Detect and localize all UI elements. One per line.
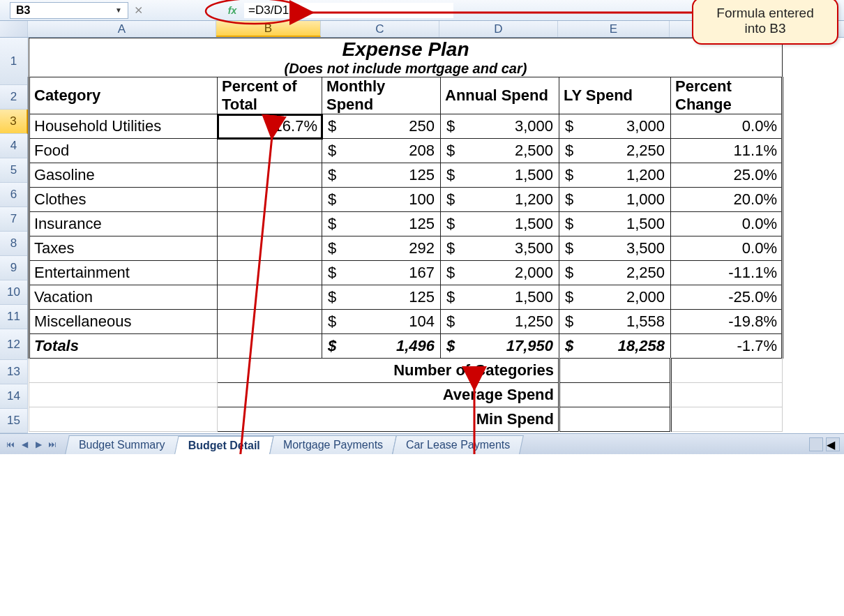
tab-nav-last-icon[interactable]: ⏭ bbox=[46, 438, 59, 451]
insert-function-button[interactable]: fx bbox=[225, 3, 240, 17]
cell-percent-change[interactable]: -11.1% bbox=[671, 261, 783, 285]
cell-F13[interactable] bbox=[671, 359, 783, 383]
value-num-categories[interactable] bbox=[559, 359, 671, 383]
cell-percent-total[interactable] bbox=[218, 188, 322, 212]
cell-category[interactable]: Clothes bbox=[29, 188, 218, 212]
row-header-8[interactable]: 8 bbox=[0, 232, 28, 256]
header-percent-total[interactable]: Percent of Total bbox=[218, 77, 322, 114]
cell-percent-total[interactable] bbox=[218, 310, 322, 334]
spreadsheet-grid[interactable]: Expense Plan (Does not include mortgage … bbox=[28, 38, 783, 432]
cell-percent-total[interactable] bbox=[218, 236, 322, 261]
row-header-13[interactable]: 13 bbox=[0, 360, 28, 384]
cell-annual-spend[interactable]: $3,500 bbox=[441, 236, 559, 261]
cell-monthly-spend[interactable]: $104 bbox=[322, 310, 441, 334]
cell-annual-spend[interactable]: $1,500 bbox=[441, 163, 559, 188]
cell-category[interactable]: Gasoline bbox=[29, 163, 218, 188]
totals-annual[interactable]: $17,950 bbox=[441, 334, 559, 359]
sheet-tab[interactable]: Mortgage Payments bbox=[269, 435, 397, 454]
col-header-A[interactable]: A bbox=[28, 21, 216, 37]
cell-ly-spend[interactable]: $1,000 bbox=[559, 188, 671, 212]
sheet-tab[interactable]: Car Lease Payments bbox=[392, 435, 524, 454]
cell-F15[interactable] bbox=[671, 407, 783, 432]
cell-ly-spend[interactable]: $3,500 bbox=[559, 236, 671, 261]
totals-label[interactable]: Totals bbox=[29, 334, 218, 359]
cell-percent-change[interactable]: 0.0% bbox=[671, 114, 783, 139]
cell-annual-spend[interactable]: $2,000 bbox=[441, 261, 559, 285]
cell-percent-total[interactable] bbox=[218, 285, 322, 310]
tab-nav-next-icon[interactable]: ▶ bbox=[32, 438, 45, 451]
cell-annual-spend[interactable]: $2,500 bbox=[441, 139, 559, 163]
name-box-dropdown-icon[interactable]: ▼ bbox=[115, 6, 122, 14]
cell-monthly-spend[interactable]: $292 bbox=[322, 236, 441, 261]
totals-ly[interactable]: $18,258 bbox=[559, 334, 671, 359]
row-header-14[interactable]: 14 bbox=[0, 384, 28, 409]
title-cell[interactable]: Expense Plan (Does not include mortgage … bbox=[29, 38, 783, 77]
cell-percent-change[interactable]: -25.0% bbox=[671, 285, 783, 310]
cell-ly-spend[interactable]: $2,250 bbox=[559, 261, 671, 285]
cell-monthly-spend[interactable]: $125 bbox=[322, 285, 441, 310]
row-header-10[interactable]: 10 bbox=[0, 280, 28, 305]
insert-sheet-icon[interactable] bbox=[809, 437, 823, 451]
cell-A14[interactable] bbox=[29, 383, 218, 407]
cell-percent-change[interactable]: 11.1% bbox=[671, 139, 783, 163]
totals-change[interactable]: -1.7% bbox=[671, 334, 783, 359]
cell-category[interactable]: Food bbox=[29, 139, 218, 163]
formula-input[interactable]: =D3/D12 bbox=[244, 3, 453, 18]
cell-percent-total[interactable] bbox=[218, 163, 322, 188]
totals-monthly[interactable]: $1,496 bbox=[322, 334, 441, 359]
cell-category[interactable]: Vacation bbox=[29, 285, 218, 310]
cell-percent-change[interactable]: 0.0% bbox=[671, 212, 783, 236]
scroll-left-icon[interactable]: ◀ bbox=[826, 437, 840, 451]
row-header-1[interactable]: 1 bbox=[0, 38, 28, 85]
cell-annual-spend[interactable]: $3,000 bbox=[441, 114, 559, 139]
cell-annual-spend[interactable]: $1,200 bbox=[441, 188, 559, 212]
col-header-D[interactable]: D bbox=[439, 21, 558, 37]
header-percent-change[interactable]: Percent Change bbox=[671, 77, 783, 114]
cell-percent-total[interactable] bbox=[218, 139, 322, 163]
label-average-spend[interactable]: Average Spend bbox=[218, 383, 559, 407]
sheet-tab[interactable]: Budget Summary bbox=[65, 435, 179, 454]
cell-ly-spend[interactable]: $2,250 bbox=[559, 139, 671, 163]
cancel-formula-icon[interactable]: ⨯ bbox=[134, 3, 148, 17]
cell-percent-change[interactable]: 20.0% bbox=[671, 188, 783, 212]
cell-percent-change[interactable]: -19.8% bbox=[671, 310, 783, 334]
cell-ly-spend[interactable]: $1,558 bbox=[559, 310, 671, 334]
cell-percent-total[interactable]: 16.7% bbox=[218, 114, 322, 139]
cell-percent-change[interactable]: 25.0% bbox=[671, 163, 783, 188]
row-header-12[interactable]: 12 bbox=[0, 329, 28, 360]
value-average-spend[interactable] bbox=[559, 383, 671, 407]
cell-category[interactable]: Miscellaneous bbox=[29, 310, 218, 334]
cell-monthly-spend[interactable]: $125 bbox=[322, 212, 441, 236]
row-header-11[interactable]: 11 bbox=[0, 305, 28, 329]
row-header-4[interactable]: 4 bbox=[0, 134, 28, 158]
row-header-7[interactable]: 7 bbox=[0, 207, 28, 232]
header-ly-spend[interactable]: LY Spend bbox=[559, 77, 671, 114]
name-box[interactable]: B3 ▼ bbox=[10, 2, 128, 19]
totals-pct[interactable] bbox=[218, 334, 322, 359]
cell-ly-spend[interactable]: $1,500 bbox=[559, 212, 671, 236]
cell-category[interactable]: Insurance bbox=[29, 212, 218, 236]
label-min-spend[interactable]: Min Spend bbox=[218, 407, 559, 432]
row-header-6[interactable]: 6 bbox=[0, 183, 28, 207]
cell-category[interactable]: Household Utilities bbox=[29, 114, 218, 139]
cell-monthly-spend[interactable]: $167 bbox=[322, 261, 441, 285]
select-all-corner[interactable] bbox=[0, 21, 28, 37]
col-header-B[interactable]: B bbox=[216, 21, 321, 37]
tab-nav-first-icon[interactable]: ⏮ bbox=[4, 438, 17, 451]
cell-percent-total[interactable] bbox=[218, 212, 322, 236]
cell-annual-spend[interactable]: $1,500 bbox=[441, 212, 559, 236]
cell-annual-spend[interactable]: $1,500 bbox=[441, 285, 559, 310]
header-monthly-spend[interactable]: Monthly Spend bbox=[322, 77, 441, 114]
cell-ly-spend[interactable]: $2,000 bbox=[559, 285, 671, 310]
col-header-E[interactable]: E bbox=[558, 21, 670, 37]
row-header-15[interactable]: 15 bbox=[0, 409, 28, 433]
row-header-2[interactable]: 2 bbox=[0, 85, 28, 110]
cell-F14[interactable] bbox=[671, 383, 783, 407]
cell-monthly-spend[interactable]: $208 bbox=[322, 139, 441, 163]
label-num-categories[interactable]: Number of Categories bbox=[218, 359, 559, 383]
header-annual-spend[interactable]: Annual Spend bbox=[441, 77, 559, 114]
cell-ly-spend[interactable]: $1,200 bbox=[559, 163, 671, 188]
row-header-5[interactable]: 5 bbox=[0, 158, 28, 183]
header-category[interactable]: Category bbox=[29, 77, 218, 114]
col-header-C[interactable]: C bbox=[321, 21, 439, 37]
